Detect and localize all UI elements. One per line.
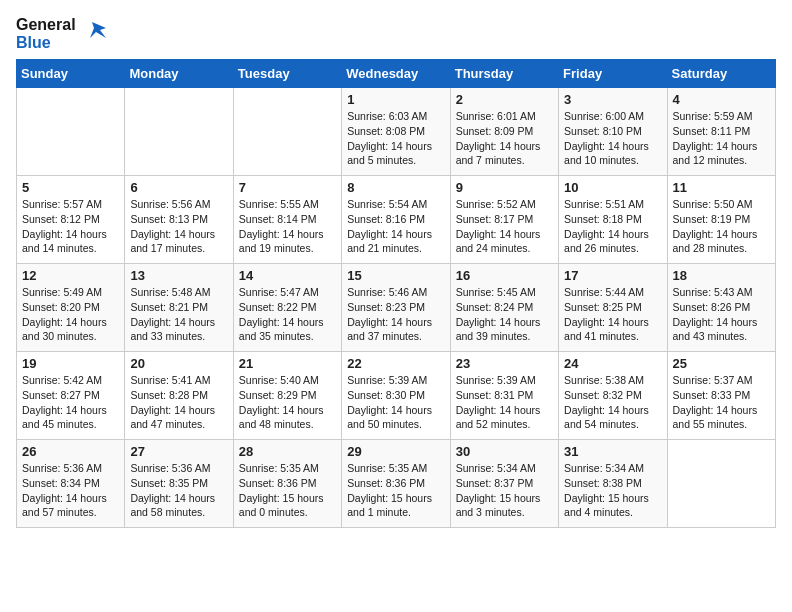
day-number: 2 bbox=[456, 92, 553, 107]
cell-content: Sunrise: 5:51 AM Sunset: 8:18 PM Dayligh… bbox=[564, 197, 661, 256]
cell-content: Sunrise: 5:50 AM Sunset: 8:19 PM Dayligh… bbox=[673, 197, 770, 256]
day-header-tuesday: Tuesday bbox=[233, 60, 341, 88]
day-header-thursday: Thursday bbox=[450, 60, 558, 88]
day-number: 26 bbox=[22, 444, 119, 459]
cell-content: Sunrise: 5:41 AM Sunset: 8:28 PM Dayligh… bbox=[130, 373, 227, 432]
day-number: 6 bbox=[130, 180, 227, 195]
day-header-monday: Monday bbox=[125, 60, 233, 88]
day-header-saturday: Saturday bbox=[667, 60, 775, 88]
cell-content: Sunrise: 5:54 AM Sunset: 8:16 PM Dayligh… bbox=[347, 197, 444, 256]
calendar-cell: 31Sunrise: 5:34 AM Sunset: 8:38 PM Dayli… bbox=[559, 440, 667, 528]
day-number: 15 bbox=[347, 268, 444, 283]
cell-content: Sunrise: 5:43 AM Sunset: 8:26 PM Dayligh… bbox=[673, 285, 770, 344]
calendar-cell: 4Sunrise: 5:59 AM Sunset: 8:11 PM Daylig… bbox=[667, 88, 775, 176]
calendar-week-3: 19Sunrise: 5:42 AM Sunset: 8:27 PM Dayli… bbox=[17, 352, 776, 440]
calendar-cell: 27Sunrise: 5:36 AM Sunset: 8:35 PM Dayli… bbox=[125, 440, 233, 528]
day-number: 13 bbox=[130, 268, 227, 283]
day-number: 20 bbox=[130, 356, 227, 371]
calendar-cell: 12Sunrise: 5:49 AM Sunset: 8:20 PM Dayli… bbox=[17, 264, 125, 352]
calendar-cell: 7Sunrise: 5:55 AM Sunset: 8:14 PM Daylig… bbox=[233, 176, 341, 264]
day-number: 23 bbox=[456, 356, 553, 371]
calendar-cell bbox=[667, 440, 775, 528]
calendar-cell: 18Sunrise: 5:43 AM Sunset: 8:26 PM Dayli… bbox=[667, 264, 775, 352]
calendar-cell: 3Sunrise: 6:00 AM Sunset: 8:10 PM Daylig… bbox=[559, 88, 667, 176]
day-number: 22 bbox=[347, 356, 444, 371]
day-number: 18 bbox=[673, 268, 770, 283]
calendar-cell: 30Sunrise: 5:34 AM Sunset: 8:37 PM Dayli… bbox=[450, 440, 558, 528]
day-number: 14 bbox=[239, 268, 336, 283]
calendar-cell: 1Sunrise: 6:03 AM Sunset: 8:08 PM Daylig… bbox=[342, 88, 450, 176]
calendar-cell: 23Sunrise: 5:39 AM Sunset: 8:31 PM Dayli… bbox=[450, 352, 558, 440]
day-number: 11 bbox=[673, 180, 770, 195]
cell-content: Sunrise: 5:36 AM Sunset: 8:34 PM Dayligh… bbox=[22, 461, 119, 520]
day-number: 10 bbox=[564, 180, 661, 195]
day-number: 9 bbox=[456, 180, 553, 195]
cell-content: Sunrise: 5:45 AM Sunset: 8:24 PM Dayligh… bbox=[456, 285, 553, 344]
day-number: 17 bbox=[564, 268, 661, 283]
calendar-cell: 17Sunrise: 5:44 AM Sunset: 8:25 PM Dayli… bbox=[559, 264, 667, 352]
day-number: 21 bbox=[239, 356, 336, 371]
cell-content: Sunrise: 5:55 AM Sunset: 8:14 PM Dayligh… bbox=[239, 197, 336, 256]
day-header-row: SundayMondayTuesdayWednesdayThursdayFrid… bbox=[17, 60, 776, 88]
day-number: 30 bbox=[456, 444, 553, 459]
calendar-cell: 26Sunrise: 5:36 AM Sunset: 8:34 PM Dayli… bbox=[17, 440, 125, 528]
calendar-cell: 9Sunrise: 5:52 AM Sunset: 8:17 PM Daylig… bbox=[450, 176, 558, 264]
cell-content: Sunrise: 5:46 AM Sunset: 8:23 PM Dayligh… bbox=[347, 285, 444, 344]
calendar-cell: 13Sunrise: 5:48 AM Sunset: 8:21 PM Dayli… bbox=[125, 264, 233, 352]
calendar-cell: 14Sunrise: 5:47 AM Sunset: 8:22 PM Dayli… bbox=[233, 264, 341, 352]
cell-content: Sunrise: 5:37 AM Sunset: 8:33 PM Dayligh… bbox=[673, 373, 770, 432]
cell-content: Sunrise: 5:35 AM Sunset: 8:36 PM Dayligh… bbox=[239, 461, 336, 520]
day-number: 27 bbox=[130, 444, 227, 459]
cell-content: Sunrise: 5:36 AM Sunset: 8:35 PM Dayligh… bbox=[130, 461, 227, 520]
calendar-week-4: 26Sunrise: 5:36 AM Sunset: 8:34 PM Dayli… bbox=[17, 440, 776, 528]
day-number: 5 bbox=[22, 180, 119, 195]
day-number: 29 bbox=[347, 444, 444, 459]
calendar-body: 1Sunrise: 6:03 AM Sunset: 8:08 PM Daylig… bbox=[17, 88, 776, 528]
calendar-cell: 5Sunrise: 5:57 AM Sunset: 8:12 PM Daylig… bbox=[17, 176, 125, 264]
calendar-cell bbox=[17, 88, 125, 176]
calendar-cell: 29Sunrise: 5:35 AM Sunset: 8:36 PM Dayli… bbox=[342, 440, 450, 528]
calendar-week-1: 5Sunrise: 5:57 AM Sunset: 8:12 PM Daylig… bbox=[17, 176, 776, 264]
cell-content: Sunrise: 5:34 AM Sunset: 8:37 PM Dayligh… bbox=[456, 461, 553, 520]
day-number: 8 bbox=[347, 180, 444, 195]
cell-content: Sunrise: 5:57 AM Sunset: 8:12 PM Dayligh… bbox=[22, 197, 119, 256]
day-header-wednesday: Wednesday bbox=[342, 60, 450, 88]
calendar-cell: 20Sunrise: 5:41 AM Sunset: 8:28 PM Dayli… bbox=[125, 352, 233, 440]
cell-content: Sunrise: 5:35 AM Sunset: 8:36 PM Dayligh… bbox=[347, 461, 444, 520]
cell-content: Sunrise: 5:56 AM Sunset: 8:13 PM Dayligh… bbox=[130, 197, 227, 256]
day-number: 4 bbox=[673, 92, 770, 107]
calendar-week-0: 1Sunrise: 6:03 AM Sunset: 8:08 PM Daylig… bbox=[17, 88, 776, 176]
day-header-friday: Friday bbox=[559, 60, 667, 88]
calendar-cell: 2Sunrise: 6:01 AM Sunset: 8:09 PM Daylig… bbox=[450, 88, 558, 176]
calendar-table: SundayMondayTuesdayWednesdayThursdayFrid… bbox=[16, 59, 776, 528]
cell-content: Sunrise: 5:48 AM Sunset: 8:21 PM Dayligh… bbox=[130, 285, 227, 344]
day-number: 28 bbox=[239, 444, 336, 459]
cell-content: Sunrise: 6:00 AM Sunset: 8:10 PM Dayligh… bbox=[564, 109, 661, 168]
calendar-cell bbox=[233, 88, 341, 176]
cell-content: Sunrise: 5:39 AM Sunset: 8:31 PM Dayligh… bbox=[456, 373, 553, 432]
logo-bird-icon bbox=[82, 18, 110, 46]
page-header: General Blue bbox=[16, 16, 776, 51]
calendar-cell: 25Sunrise: 5:37 AM Sunset: 8:33 PM Dayli… bbox=[667, 352, 775, 440]
calendar-cell: 19Sunrise: 5:42 AM Sunset: 8:27 PM Dayli… bbox=[17, 352, 125, 440]
calendar-cell: 8Sunrise: 5:54 AM Sunset: 8:16 PM Daylig… bbox=[342, 176, 450, 264]
day-number: 7 bbox=[239, 180, 336, 195]
calendar-cell: 6Sunrise: 5:56 AM Sunset: 8:13 PM Daylig… bbox=[125, 176, 233, 264]
cell-content: Sunrise: 5:59 AM Sunset: 8:11 PM Dayligh… bbox=[673, 109, 770, 168]
cell-content: Sunrise: 5:38 AM Sunset: 8:32 PM Dayligh… bbox=[564, 373, 661, 432]
day-number: 1 bbox=[347, 92, 444, 107]
logo: General Blue bbox=[16, 16, 110, 51]
cell-content: Sunrise: 5:49 AM Sunset: 8:20 PM Dayligh… bbox=[22, 285, 119, 344]
calendar-cell: 28Sunrise: 5:35 AM Sunset: 8:36 PM Dayli… bbox=[233, 440, 341, 528]
calendar-cell: 24Sunrise: 5:38 AM Sunset: 8:32 PM Dayli… bbox=[559, 352, 667, 440]
calendar-week-2: 12Sunrise: 5:49 AM Sunset: 8:20 PM Dayli… bbox=[17, 264, 776, 352]
day-number: 31 bbox=[564, 444, 661, 459]
cell-content: Sunrise: 6:01 AM Sunset: 8:09 PM Dayligh… bbox=[456, 109, 553, 168]
cell-content: Sunrise: 5:42 AM Sunset: 8:27 PM Dayligh… bbox=[22, 373, 119, 432]
day-number: 3 bbox=[564, 92, 661, 107]
logo-line2: Blue bbox=[16, 34, 76, 52]
day-number: 12 bbox=[22, 268, 119, 283]
cell-content: Sunrise: 5:40 AM Sunset: 8:29 PM Dayligh… bbox=[239, 373, 336, 432]
cell-content: Sunrise: 5:39 AM Sunset: 8:30 PM Dayligh… bbox=[347, 373, 444, 432]
svg-marker-0 bbox=[90, 22, 106, 38]
